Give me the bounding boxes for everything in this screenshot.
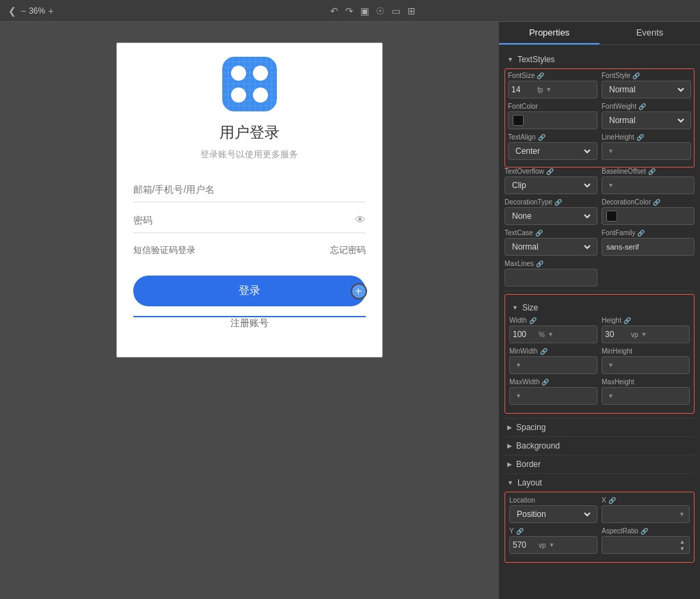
- forgot-password-link[interactable]: 忘记密码: [330, 244, 366, 256]
- aspectratio-link-icon[interactable]: 🔗: [641, 528, 648, 535]
- fontfamily-link-icon[interactable]: 🔗: [637, 230, 645, 237]
- maxheight-input[interactable]: ▼: [602, 387, 690, 405]
- frame-icon[interactable]: ▭: [392, 5, 401, 16]
- grid-icon[interactable]: ⊞: [407, 5, 416, 16]
- x-input[interactable]: ▼: [602, 505, 690, 523]
- textstyles-header[interactable]: ▼ TextStyles: [504, 51, 695, 68]
- spacing-title: Spacing: [516, 423, 546, 432]
- size-header[interactable]: ▼ Size: [509, 299, 690, 317]
- fontweight-select[interactable]: Normal Bold: [606, 115, 686, 126]
- aspectratio-down-icon[interactable]: ▼: [679, 546, 685, 552]
- height-link-icon[interactable]: 🔗: [623, 317, 631, 324]
- decorationtype-select[interactable]: None Underline LineThrough: [509, 211, 593, 222]
- textstyles-title: TextStyles: [517, 55, 555, 64]
- minheight-input[interactable]: ▼: [602, 356, 690, 374]
- back-icon[interactable]: ❮: [8, 5, 16, 16]
- maxwidth-input[interactable]: ▼: [509, 387, 597, 405]
- maxlines-input[interactable]: [504, 269, 597, 287]
- textoverflow-link-icon[interactable]: 🔗: [546, 168, 554, 175]
- eye-icon[interactable]: 👁︎: [355, 214, 366, 226]
- fontweight-input[interactable]: Normal Bold: [602, 111, 691, 129]
- lineheight-input[interactable]: ▼: [602, 142, 691, 160]
- maxlines-link-icon[interactable]: 🔗: [536, 261, 543, 267]
- fontstyle-link-icon[interactable]: 🔗: [632, 72, 640, 79]
- border-section[interactable]: ▶ Border: [504, 455, 695, 473]
- preview-icon[interactable]: ☉: [376, 5, 385, 16]
- zoom-in-icon[interactable]: +: [48, 5, 53, 16]
- zoom-out-icon[interactable]: −: [21, 5, 26, 16]
- location-input[interactable]: Position Offset: [509, 505, 597, 523]
- y-col: Y 🔗 vp ▼: [509, 527, 597, 554]
- redo-icon[interactable]: ↷: [345, 5, 353, 16]
- fontsize-link-icon[interactable]: 🔗: [537, 72, 544, 79]
- register-link[interactable]: 注册账号: [230, 317, 269, 343]
- spacing-section[interactable]: ▶ Spacing: [504, 418, 695, 436]
- width-link-icon[interactable]: 🔗: [529, 317, 537, 324]
- fontsize-value[interactable]: [511, 85, 536, 94]
- y-unit-chevron[interactable]: ▼: [549, 542, 555, 548]
- dots-grid: [231, 66, 268, 103]
- y-value[interactable]: [513, 540, 537, 550]
- lineheight-link-icon[interactable]: 🔗: [636, 134, 644, 141]
- login-button[interactable]: 登录: [133, 276, 366, 306]
- fontcolor-input[interactable]: [508, 111, 597, 129]
- maxwidth-link-icon[interactable]: 🔗: [541, 379, 549, 386]
- canvas-area[interactable]: 用户登录 登录账号以使用更多服务 👁︎ 短信验证码登录 忘记密码 登录: [0, 22, 498, 599]
- x-link-icon[interactable]: 🔗: [608, 497, 616, 504]
- aspectratio-value[interactable]: [606, 540, 679, 550]
- fontstyle-input[interactable]: Normal Italic: [602, 81, 691, 98]
- fontstyle-select[interactable]: Normal Italic: [606, 84, 686, 95]
- sms-login-link[interactable]: 短信验证码登录: [133, 244, 196, 256]
- decorationcolor-label: DecorationColor 🔗: [602, 198, 695, 206]
- password-input[interactable]: [133, 208, 355, 232]
- y-input[interactable]: vp ▼: [509, 536, 597, 554]
- textalign-select[interactable]: Center Left Right: [513, 146, 593, 157]
- minheight-chevron: ▼: [608, 362, 614, 369]
- decorationcolor-link-icon[interactable]: 🔗: [653, 199, 660, 206]
- textcase-select[interactable]: Normal LowerCase UpperCase: [509, 241, 593, 252]
- tab-events[interactable]: Events: [600, 22, 700, 44]
- aspectratio-input[interactable]: ▲ ▼: [602, 536, 690, 554]
- decorationtype-link-icon[interactable]: 🔗: [554, 199, 562, 206]
- links-row: 短信验证码登录 忘记密码: [133, 244, 366, 256]
- fontsize-unit-chevron[interactable]: ▼: [546, 86, 552, 93]
- fontfamily-input[interactable]: sans-serif: [602, 238, 695, 256]
- minwidth-input[interactable]: ▼: [509, 356, 597, 374]
- fontsize-input[interactable]: fp ▼: [508, 81, 597, 98]
- fontweight-link-icon[interactable]: 🔗: [638, 103, 646, 110]
- maxlines-value[interactable]: [509, 273, 593, 282]
- width-unit-chevron[interactable]: ▼: [548, 331, 554, 338]
- layout-title: Layout: [517, 478, 542, 488]
- maxlines-label: MaxLines 🔗: [504, 260, 597, 267]
- phone-frame: 用户登录 登录账号以使用更多服务 👁︎ 短信验证码登录 忘记密码 登录: [116, 42, 383, 358]
- baselineoffset-input[interactable]: ▼: [602, 176, 695, 194]
- aspectratio-up-icon[interactable]: ▲: [679, 539, 685, 545]
- textoverflow-input[interactable]: Clip Ellipsis: [504, 176, 597, 194]
- textalign-link-icon[interactable]: 🔗: [538, 134, 546, 141]
- width-value[interactable]: [513, 330, 537, 339]
- tab-properties[interactable]: Properties: [499, 22, 600, 44]
- location-select[interactable]: Position Offset: [514, 509, 593, 520]
- fontcolor-swatch[interactable]: [513, 115, 524, 126]
- height-value[interactable]: [605, 330, 630, 339]
- textcase-input[interactable]: Normal LowerCase UpperCase: [504, 238, 597, 256]
- textcase-link-icon[interactable]: 🔗: [535, 230, 543, 237]
- decorationcolor-swatch[interactable]: [606, 211, 617, 222]
- background-section[interactable]: ▶ Background: [504, 436, 695, 455]
- textalign-input[interactable]: Center Left Right: [508, 142, 597, 160]
- undo-icon[interactable]: ↶: [330, 5, 338, 16]
- component-icon[interactable]: ▣: [360, 5, 369, 16]
- decorationcolor-input[interactable]: [602, 207, 695, 225]
- height-input[interactable]: vp ▼: [602, 325, 690, 343]
- textcase-fontfamily-row: TextCase 🔗 Normal LowerCase UpperCase: [504, 229, 695, 256]
- layout-section-header[interactable]: ▼ Layout: [504, 473, 695, 492]
- height-unit-chevron[interactable]: ▼: [641, 331, 647, 338]
- minwidth-link-icon[interactable]: 🔗: [540, 348, 548, 355]
- x-value[interactable]: [606, 509, 677, 519]
- username-input[interactable]: [133, 177, 366, 202]
- baselineoffset-link-icon[interactable]: 🔗: [648, 168, 656, 175]
- textoverflow-select[interactable]: Clip Ellipsis: [509, 180, 593, 191]
- width-input[interactable]: % ▼: [509, 325, 597, 343]
- decorationtype-input[interactable]: None Underline LineThrough: [504, 207, 597, 225]
- y-link-icon[interactable]: 🔗: [516, 528, 524, 535]
